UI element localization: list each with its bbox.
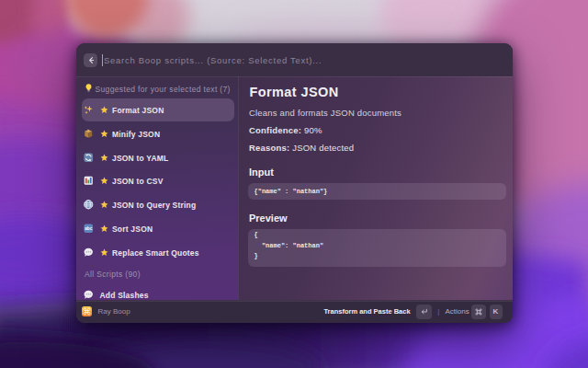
svg-text:abc: abc xyxy=(85,226,92,231)
